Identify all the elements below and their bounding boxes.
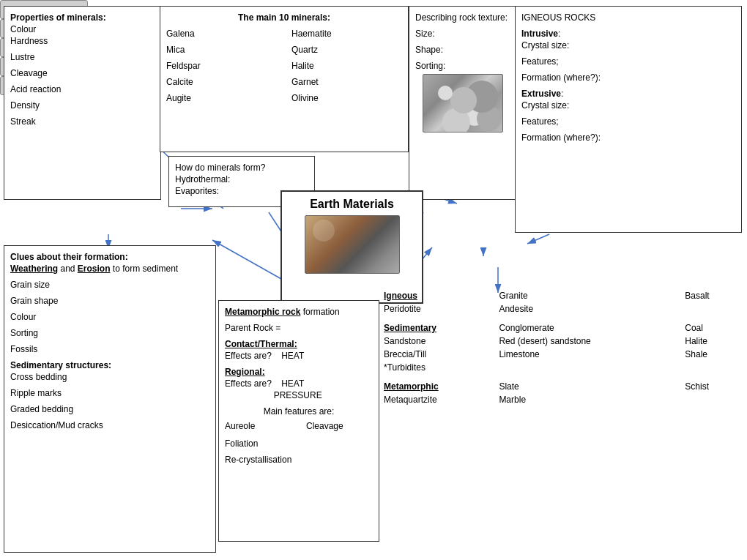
sedimentary-header-row: Sedimentary Conglomerate Coal	[381, 321, 740, 335]
mineral-garnet: Garnet	[291, 77, 402, 87]
metamorphic-gap	[381, 374, 740, 380]
igneous-label: Igneous	[384, 291, 417, 301]
rock-image	[423, 74, 503, 132]
sedimentary-blank3	[682, 361, 740, 374]
metamorphic-foliation: Foliation	[225, 438, 373, 449]
minerals-props-density: Density	[10, 100, 155, 111]
sed-desiccation: Desiccation/Mud cracks	[10, 420, 209, 430]
minerals-props-lustre: Lustre	[10, 52, 155, 62]
sedimentary-shale: Shale	[682, 348, 740, 361]
main-minerals-title: The main 10 minerals:	[166, 12, 402, 23]
metamorphic-main-features: Main features are:	[225, 406, 373, 417]
sedimentary-row3: *Turbidites	[381, 361, 740, 374]
mineral-calcite: Calcite	[166, 77, 277, 87]
rock-texture-shape: Shape:	[415, 45, 510, 55]
sed-grain-size: Grain size	[10, 280, 209, 290]
rock-types-data-table: Igneous Granite Basalt Peridotite Andesi…	[381, 289, 740, 406]
minerals-props-cleavage: Cleavage	[10, 68, 155, 78]
metamorphic-col2: Cleavage	[306, 419, 373, 433]
sedimentary-blank2	[496, 361, 682, 374]
earth-materials-title: Earth Materials	[288, 198, 416, 211]
page: Properties of minerals: Colour Hardness …	[0, 0, 747, 560]
minerals-properties-box: Properties of minerals: Colour Hardness …	[4, 6, 161, 200]
sedimentary-breccia: Breccia/Till	[381, 348, 496, 361]
sedimentary-coal: Coal	[682, 321, 740, 335]
igneous-row1: Peridotite Andesite	[381, 302, 740, 316]
igneous-basalt: Basalt	[682, 289, 740, 302]
metamorphic-slate: Slate	[496, 380, 682, 393]
metamorphic-blank4	[682, 393, 740, 406]
mineral-galena: Galena	[166, 29, 277, 39]
sed-clues-title: Clues about their formation:	[10, 252, 209, 262]
sed-grain-shape: Grain shape	[10, 296, 209, 306]
sed-structures-title: Sedimentary structures:	[10, 360, 209, 370]
metamorphic-contact-effects: Effects are? HEAT	[225, 351, 373, 361]
earth-materials-image	[305, 215, 400, 274]
rock-texture-size: Size:	[415, 29, 510, 39]
intrusive-features: Features;	[521, 56, 735, 67]
mineral-feldspar: Feldspar	[166, 61, 277, 71]
sed-ripple-marks: Ripple marks	[10, 388, 209, 398]
metamorphic-col1: Aureole	[225, 419, 291, 433]
mineral-quartz: Quartz	[291, 45, 402, 55]
metamorphic-header-row: Metamorphic Slate Schist	[381, 380, 740, 393]
metamorphic-contact-label: Contact/Thermal:	[225, 339, 373, 349]
igneous-andesite: Andesite	[496, 302, 682, 316]
metamorphic-cleavage: Cleavage	[306, 421, 373, 431]
earth-materials-box: Earth Materials	[280, 190, 423, 304]
minerals-col2: Haematite Quartz Halite Garnet Olivine	[291, 27, 402, 105]
intrusive-label: Intrusive:	[521, 29, 735, 39]
metamorphic-schist: Schist	[682, 380, 740, 393]
sedimentary-gap	[381, 316, 740, 321]
sedimentary-conglomerate: Conglomerate	[496, 321, 682, 335]
sedimentary-halite: Halite	[682, 335, 740, 348]
rock-texture-desc-box: Describing rock texture: Size: Shape: So…	[409, 6, 517, 200]
extrusive-features: Features;	[521, 116, 735, 127]
sed-graded-bedding: Graded bedding	[10, 404, 209, 414]
metamorphic-features-cols: Aureole Cleavage	[225, 419, 373, 433]
extrusive-crystal-size: Crystal size:	[521, 100, 735, 111]
minerals-props-title: Properties of minerals:	[10, 12, 155, 23]
sed-colour: Colour	[10, 312, 209, 322]
sedimentary-limestone: Limestone	[496, 348, 682, 361]
mineral-halite: Halite	[291, 61, 402, 71]
metamorphic-box: Metamorphic rock formation Parent Rock =…	[218, 300, 379, 542]
sedimentary-row1: Sandstone Red (desert) sandstone Halite	[381, 335, 740, 348]
sedimentary-row2: Breccia/Till Limestone Shale	[381, 348, 740, 361]
minerals-props-colour: Colour	[10, 24, 155, 34]
extrusive-formation: Formation (where?):	[521, 132, 735, 143]
igneous-header-row: Igneous Granite Basalt	[381, 289, 740, 302]
metamorphic-title: Metamorphic rock formation	[225, 307, 373, 317]
mineral-haematite: Haematite	[291, 29, 402, 39]
metamorphic-title-bold: Metamorphic rock	[225, 307, 300, 317]
minerals-props-hardness: Hardness	[10, 36, 155, 46]
rock-types-table: Igneous Granite Basalt Peridotite Andesi…	[381, 289, 740, 542]
metamorphic-type-label: Metamorphic	[384, 381, 439, 392]
sed-to-form: to form sediment	[111, 264, 179, 274]
sed-erosion: Erosion	[78, 264, 111, 274]
igneous-blank1	[682, 302, 740, 316]
rock-texture-sorting: Sorting:	[415, 61, 510, 71]
metamorphic-regional-label: Regional:	[225, 367, 373, 377]
metamorphic-title-rest: formation	[300, 307, 339, 317]
metamorphic-metaquartzite: Metaquartzite	[381, 393, 496, 406]
metamorphic-recrystallisation: Re-crystallisation	[225, 455, 373, 465]
mineral-augite: Augite	[166, 93, 277, 103]
sedimentary-label: Sedimentary	[384, 323, 436, 333]
metamorphic-regional-effects: Effects are? HEAT	[225, 378, 373, 389]
igneous-peridotite: Peridotite	[381, 302, 496, 316]
sed-fossils: Fossils	[10, 344, 209, 354]
sed-weathering: Weathering	[10, 264, 58, 274]
sed-cross-bedding: Cross bedding	[10, 372, 209, 382]
intrusive-crystal-size: Crystal size:	[521, 40, 735, 51]
metamorphic-parent-rock: Parent Rock =	[225, 323, 373, 333]
minerals-form-title: How do minerals form?	[175, 163, 308, 173]
minerals-col1: Galena Mica Feldspar Calcite Augite	[166, 27, 277, 105]
extrusive-label: Extrusive:	[521, 89, 735, 99]
sedimentary-red-sandstone: Red (desert) sandstone	[496, 335, 682, 348]
minerals-props-acid: Acid reaction	[10, 84, 155, 94]
mineral-mica: Mica	[166, 45, 277, 55]
sed-weathering-line: Weathering and Erosion to form sediment	[10, 264, 209, 274]
sed-sorting: Sorting	[10, 328, 209, 338]
svg-line-7	[527, 234, 549, 244]
